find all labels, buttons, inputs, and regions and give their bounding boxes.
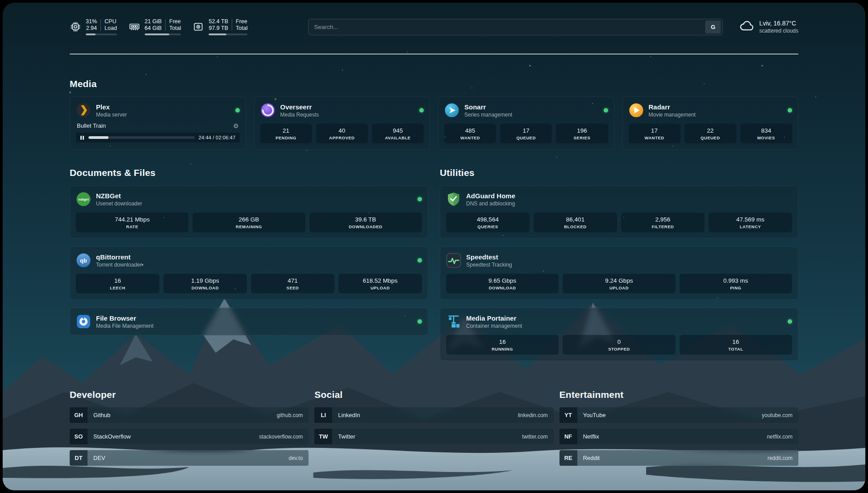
service-stats: 9.65 GbpsDOWNLOAD 9.24 GbpsUPLOAD 0.993 … bbox=[446, 274, 792, 293]
service-card-plex[interactable]: Plex Media server Bullet Train ⚙ 24:44 /… bbox=[70, 96, 246, 150]
stat-value: 266 GB bbox=[194, 216, 303, 223]
bookmark-reddit[interactable]: RE Reddit reddit.com bbox=[559, 450, 798, 466]
service-card-filebrowser[interactable]: File Browser Media File Management bbox=[70, 308, 428, 335]
disk-icon bbox=[192, 21, 204, 33]
service-name: Sonarr bbox=[464, 103, 512, 111]
bookmark-name: Twitter bbox=[338, 433, 355, 440]
bookmark-domain: dev.to bbox=[289, 455, 303, 461]
service-subtitle: Speedtest Tracking bbox=[466, 262, 512, 268]
stat: 16TOTAL bbox=[680, 335, 792, 355]
plex-player-bar: 24:44 / 02:06:47 bbox=[76, 133, 240, 142]
service-subtitle: Torrent downloader bbox=[96, 262, 142, 268]
stat-label: APPROVED bbox=[318, 135, 366, 140]
service-card-overseerr[interactable]: Overseerr Media Requests 21PENDING 40APP… bbox=[254, 96, 430, 150]
bookmark-youtube[interactable]: YT YouTube youtube.com bbox=[559, 407, 798, 423]
svg-text:qb: qb bbox=[80, 257, 87, 264]
bookmark-netflix[interactable]: NF Netflix netflix.com bbox=[559, 429, 798, 444]
memory-total-label: Total bbox=[169, 25, 181, 32]
bookmark-name: LinkedIn bbox=[338, 412, 360, 418]
service-header: Plex Media server bbox=[76, 103, 240, 118]
stat: 485WANTED bbox=[444, 124, 496, 143]
stat-label: STOPPED bbox=[564, 347, 673, 351]
bookmark-dev[interactable]: DT DEV dev.to bbox=[70, 450, 309, 466]
section-title-media: Media bbox=[70, 79, 798, 89]
radarr-icon bbox=[629, 103, 644, 118]
status-dot bbox=[235, 108, 240, 113]
service-card-radarr[interactable]: Radarr Movie management 17WANTED 22QUEUE… bbox=[622, 96, 799, 150]
bookmark-abbr: GH bbox=[70, 407, 88, 423]
adguard-icon bbox=[446, 192, 461, 207]
memory-icon bbox=[129, 21, 140, 33]
stat-value: 17 bbox=[630, 127, 679, 134]
bookmark-domain: stackoverflow.com bbox=[259, 434, 303, 440]
service-card-qbittorrent[interactable]: qb qBittorrent Torrent downloader 16LEEC… bbox=[70, 246, 428, 300]
service-name: NZBGet bbox=[96, 192, 142, 200]
stat-label: QUEUED bbox=[502, 135, 550, 140]
stat: 945AVAILABLE bbox=[372, 124, 424, 143]
service-title-block: Media Portainer Container management bbox=[466, 314, 522, 329]
section-title-social: Social bbox=[314, 389, 553, 400]
stat-value: 17 bbox=[502, 127, 550, 134]
service-stats: 17WANTED 22QUEUED 834MOVIES bbox=[629, 124, 793, 143]
section-title-utilities: Utilities bbox=[440, 167, 798, 178]
stat-label: TOTAL bbox=[681, 347, 790, 351]
status-dot bbox=[788, 108, 792, 113]
gear-icon[interactable]: ⚙ bbox=[233, 123, 239, 129]
service-title-block: Plex Media server bbox=[96, 103, 127, 118]
service-card-portainer[interactable]: Media Portainer Container management 16R… bbox=[440, 308, 798, 361]
stat: 0.993 msPING bbox=[680, 274, 792, 293]
stat-label: MOVIES bbox=[742, 135, 790, 140]
stat-value: 485 bbox=[446, 127, 494, 134]
divider bbox=[100, 19, 101, 31]
stat: 9.65 GbpsDOWNLOAD bbox=[446, 274, 559, 293]
stat: 498,564QUERIES bbox=[446, 213, 530, 232]
bookmark-abbr: NF bbox=[559, 429, 577, 444]
bookmark-stackoverflow[interactable]: SO StackOverflow stackoverflow.com bbox=[70, 429, 309, 444]
playback-progress-track[interactable] bbox=[88, 136, 195, 139]
utilities-group: Utilities AdGuard Home DNS and adblockin… bbox=[440, 167, 798, 369]
search-input[interactable] bbox=[309, 24, 705, 30]
pause-icon[interactable] bbox=[80, 136, 84, 140]
service-card-adguard[interactable]: AdGuard Home DNS and adblocking 498,564Q… bbox=[440, 185, 798, 238]
bookmark-domain: netflix.com bbox=[767, 434, 793, 440]
bookmark-github[interactable]: GH Github github.com bbox=[70, 407, 309, 423]
weather-location: Lviv, 16.87°C bbox=[760, 20, 798, 27]
bookmark-twitter[interactable]: TW Twitter twitter.com bbox=[314, 429, 553, 444]
service-name: File Browser bbox=[96, 314, 154, 322]
stat-label: AVAILABLE bbox=[374, 135, 422, 140]
stat: 17QUEUED bbox=[500, 124, 552, 143]
disk-widget: 52.4 TB 97.9 TB Free Total bbox=[192, 18, 247, 35]
cpu-load-label: Load bbox=[104, 25, 117, 32]
weather-condition: scattered clouds bbox=[760, 28, 798, 34]
divider bbox=[232, 19, 232, 31]
bookmark-name: Netflix bbox=[583, 433, 599, 440]
service-card-speedtest[interactable]: Speedtest Speedtest Tracking 9.65 GbpsDO… bbox=[440, 246, 798, 300]
stat-label: UPLOAD bbox=[564, 285, 673, 290]
service-card-sonarr[interactable]: Sonarr Series management 485WANTED 17QUE… bbox=[438, 96, 614, 150]
bookmark-linkedin[interactable]: LI LinkedIn linkedin.com bbox=[314, 407, 553, 423]
stat: 21PENDING bbox=[260, 124, 312, 143]
status-dot bbox=[417, 319, 422, 324]
stat-value: 16 bbox=[448, 338, 557, 345]
section-title-developer: Developer bbox=[70, 389, 309, 400]
service-card-nzbget[interactable]: nzbget NZBGet Usenet downloader 744.21 M… bbox=[70, 185, 428, 238]
service-header: Media Portainer Container management bbox=[446, 314, 792, 329]
stat-label: PING bbox=[681, 285, 790, 290]
service-title-block: NZBGet Usenet downloader bbox=[96, 192, 142, 207]
bookmark-abbr: DT bbox=[70, 450, 88, 466]
disk-free-value: 52.4 TB bbox=[209, 18, 228, 25]
search-provider-button[interactable]: G bbox=[705, 21, 721, 33]
playback-progress-fill bbox=[88, 136, 108, 139]
stat: 40APPROVED bbox=[316, 124, 368, 143]
stat-value: 47.569 ms bbox=[710, 216, 790, 223]
stat: 744.21 MbpsRATE bbox=[76, 213, 188, 232]
cpu-load-value: 2.94 bbox=[86, 25, 97, 32]
service-stats: 744.21 MbpsRATE 266 GBREMAINING 39.6 TBD… bbox=[76, 213, 422, 232]
memory-progress-bar bbox=[145, 33, 181, 35]
service-header: Overseerr Media Requests bbox=[260, 103, 424, 118]
bookmark-domain: youtube.com bbox=[762, 412, 793, 418]
stat-value: 9.65 Gbps bbox=[448, 277, 557, 284]
bookmark-domain: github.com bbox=[277, 412, 303, 418]
stat: 47.569 msLATENCY bbox=[709, 213, 792, 232]
service-subtitle: Media File Management bbox=[96, 323, 154, 329]
